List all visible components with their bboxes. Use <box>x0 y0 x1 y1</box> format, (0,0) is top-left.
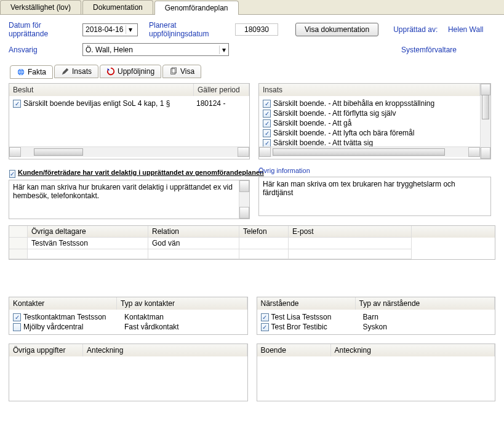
checkbox-icon[interactable]: ✓ <box>261 313 269 321</box>
checkbox-icon[interactable]: ✓ <box>261 323 269 331</box>
chevron-down-icon[interactable]: ▾ <box>219 46 226 54</box>
anteckning-header: Anteckning <box>83 344 247 356</box>
copy-icon <box>169 67 178 76</box>
narst-namn: Test Bror Testibic <box>271 323 361 331</box>
planned-date-label: Planerat uppföljningsdatum <box>149 21 235 38</box>
date-value: 2018-04-16 <box>86 25 123 34</box>
ovrig-info-label: Övrig information <box>258 167 491 174</box>
insats-text: Särskilt boende. - Att bibehålla en krop… <box>273 99 434 108</box>
boende-panel: Boende Anteckning <box>257 344 496 401</box>
list-item[interactable]: ✓ Test Lisa Testsson Barn <box>261 312 492 322</box>
list-item[interactable]: ✓ Test Bror Testibic Syskon <box>261 322 492 332</box>
list-item[interactable]: ✓ Testkontaktman Testsson Kontaktman <box>13 312 244 322</box>
tab-visa[interactable]: Visa <box>162 65 201 78</box>
insats-row[interactable]: ✓Särskilt boende. - Att gå <box>263 118 476 128</box>
checkbox-icon[interactable]: ✓ <box>9 170 15 178</box>
checkbox-icon[interactable]: ✓ <box>263 139 271 147</box>
anteckning-header: Anteckning <box>331 344 495 356</box>
ovrig-info-textbox[interactable]: Här kan man skriva om tex brukaren har t… <box>258 177 491 216</box>
date-dropdown[interactable]: 2018-04-16 ▾ <box>82 23 138 36</box>
chevron-down-icon[interactable]: ▾ <box>126 25 132 34</box>
horizontal-scrollbar[interactable] <box>259 147 480 157</box>
responsible-dropdown[interactable]: Ö. Wall, Helen ▾ <box>82 43 229 56</box>
tab-visa-label: Visa <box>180 67 194 76</box>
cell-epost[interactable] <box>289 238 412 249</box>
tab-uppfoljning[interactable]: Uppföljning <box>100 65 161 78</box>
col-relation: Relation <box>148 226 239 238</box>
show-documentation-button[interactable]: Visa dokumentation <box>295 23 378 36</box>
col-epost: E-post <box>289 226 412 238</box>
ovriga-uppg-header: Övriga uppgifter <box>9 344 83 356</box>
top-tab-bar: Verkställighet (lov) Dokumentation Genom… <box>0 0 504 15</box>
row-header-blank <box>9 226 28 238</box>
table-row[interactable] <box>9 249 495 259</box>
checkbox-icon[interactable]: ✓ <box>263 100 271 108</box>
deltagare-table: Övriga deltagare Relation Telefon E-post… <box>9 225 495 260</box>
kund-body-text: Här kan man skriva hur brukaren varit de… <box>13 183 233 200</box>
col-telefon: Telefon <box>239 226 289 238</box>
col-ovriga-deltagare: Övriga deltagare <box>28 226 148 238</box>
kontakt-namn: Testkontaktman Testsson <box>23 313 122 321</box>
narst-namn: Test Lisa Testsson <box>271 313 361 321</box>
cell-telefon[interactable] <box>239 238 289 249</box>
beslut-header: Beslut <box>9 84 194 96</box>
responsible-value: Ö. Wall, Helen <box>86 46 133 54</box>
ovriga-uppg-body[interactable] <box>9 356 247 361</box>
beslut-panel: Beslut Gäller period ✓ Särskilt boende b… <box>9 83 250 159</box>
checkbox-icon[interactable]: ✓ <box>13 313 21 321</box>
checkbox-icon[interactable]: ✓ <box>263 129 271 137</box>
vertical-scrollbar[interactable] <box>239 180 249 219</box>
refresh-icon <box>106 67 115 76</box>
beslut-text: Särskilt boende beviljas enligt SoL 4 ka… <box>23 99 194 108</box>
tab-verkstallighet[interactable]: Verkställighet (lov) <box>0 0 81 14</box>
tab-fakta-label: Fakta <box>28 68 46 76</box>
row-selector[interactable] <box>9 238 28 249</box>
checkbox-icon[interactable]: ✓ <box>263 110 271 118</box>
checkbox-icon[interactable]: ✓ <box>13 100 21 108</box>
vertical-scrollbar[interactable] <box>480 84 490 159</box>
beslut-row[interactable]: ✓ Särskilt boende beviljas enligt SoL 4 … <box>13 98 246 108</box>
insats-row[interactable]: ✓Särskilt boende. - Att lyfta och bära f… <box>263 128 476 138</box>
kontakter-panel: Kontakter Typ av kontakter ✓ Testkontakt… <box>9 297 248 335</box>
insats-text: Särskilt boende. - Att gå <box>273 119 351 127</box>
created-by-label: Upprättad av: <box>393 25 438 34</box>
kund-title: Kunden/företrädare har varit delaktig i … <box>18 169 264 176</box>
tab-insats[interactable]: Insats <box>54 65 98 78</box>
kund-textbox[interactable]: Här kan man skriva hur brukaren varit de… <box>9 180 250 219</box>
insats-panel: Insats ✓Särskilt boende. - Att bibehålla… <box>258 83 491 159</box>
tab-dokumentation[interactable]: Dokumentation <box>82 0 153 14</box>
insats-text: Särskilt boende. - Att lyfta och bära fö… <box>273 129 414 137</box>
cell-relation[interactable]: God vän <box>148 238 239 249</box>
checkbox-icon[interactable]: ✓ <box>13 323 21 331</box>
boende-header: Boende <box>257 344 331 356</box>
tab-genomforandeplan[interactable]: Genomförandeplan <box>154 1 239 15</box>
insats-text: Särskilt boende. - Att tvätta sig <box>273 139 373 147</box>
kontakt-namn: Mjölby vårdcentral <box>23 323 122 331</box>
insats-row[interactable]: ✓Särskilt boende. - Att bibehålla en kro… <box>263 98 476 108</box>
narst-typ-header: Typ av närstående <box>356 297 495 310</box>
kontakter-typ-header: Typ av kontakter <box>117 297 247 310</box>
narst-typ: Syskon <box>363 323 387 331</box>
planned-date-input[interactable]: 180930 <box>235 23 278 36</box>
kontakt-typ: Kontaktman <box>124 313 164 321</box>
system-admin-label: Systemförvaltare <box>401 46 457 54</box>
globe-icon <box>17 68 25 76</box>
kontakt-typ: Fast vårdkontakt <box>124 323 179 331</box>
checkbox-icon[interactable]: ✓ <box>263 119 271 127</box>
beslut-period: 180124 - <box>196 99 246 108</box>
table-row[interactable]: Testvän Testsson God vän <box>9 238 495 249</box>
boende-body[interactable] <box>257 356 495 361</box>
responsible-label: Ansvarig <box>9 46 82 54</box>
list-item[interactable]: ✓ Mjölby vårdcentral Fast vårdkontakt <box>13 322 244 332</box>
insats-text: Särskilt boende. - Att förflytta sig sjä… <box>273 109 396 118</box>
insats-row[interactable]: ✓Särskilt boende. - Att tvätta sig <box>263 138 476 147</box>
period-header: Gäller period <box>194 84 249 96</box>
horizontal-scrollbar[interactable] <box>9 147 249 157</box>
tab-uppfoljning-label: Uppföljning <box>118 67 154 76</box>
cell-namn[interactable]: Testvän Testsson <box>28 238 148 249</box>
narst-header: Närstående <box>257 297 356 310</box>
ovriga-uppgifter-panel: Övriga uppgifter Anteckning <box>9 344 248 401</box>
tab-fakta[interactable]: Fakta <box>10 65 53 79</box>
insats-row[interactable]: ✓Särskilt boende. - Att förflytta sig sj… <box>263 108 476 118</box>
tab-insats-label: Insats <box>72 67 92 76</box>
